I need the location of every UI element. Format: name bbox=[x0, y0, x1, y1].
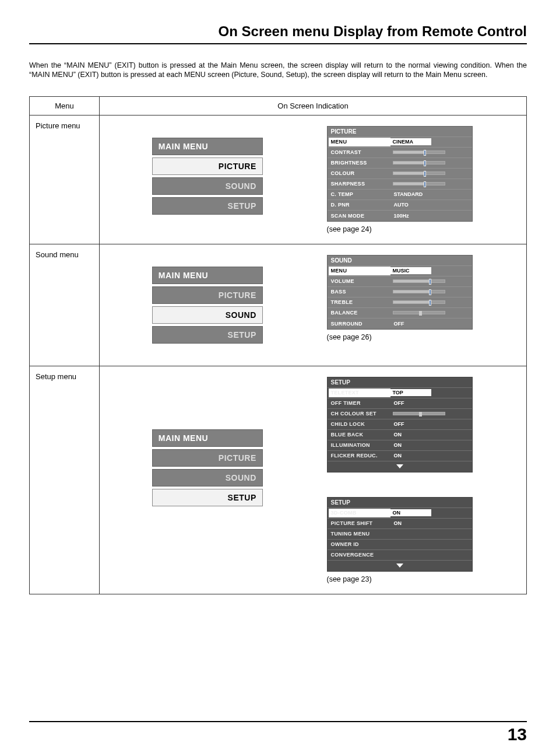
panel-row-value: ON bbox=[392, 451, 472, 461]
panel-row: OWNER ID bbox=[328, 540, 472, 550]
panel-row: D. PNRAUTO bbox=[328, 200, 472, 211]
panel-row-value bbox=[392, 276, 472, 286]
panel-row-value bbox=[392, 169, 472, 178]
row-label-sound: Sound menu bbox=[30, 244, 100, 366]
mm-item-sound: SOUND bbox=[152, 306, 263, 324]
panel-row-label: FLICKER REDUC. bbox=[328, 453, 392, 459]
main-menu-picture: MAIN MENU PICTURE SOUND SETUP bbox=[152, 138, 263, 215]
panel-row-value: AUTO bbox=[392, 200, 472, 210]
mm-item-sound: SOUND bbox=[152, 177, 263, 195]
panel-row: C. TEMPSTANDARD bbox=[328, 190, 472, 200]
panel-row: OFF TIMEROFF bbox=[328, 398, 472, 409]
panel-row-label: CHILD LOCK bbox=[328, 421, 392, 427]
panel-row-value: OFF bbox=[392, 318, 472, 329]
header-menu: Menu bbox=[30, 96, 100, 115]
panel-row: SHARPNESS bbox=[328, 179, 472, 190]
panel-row-value bbox=[392, 148, 472, 158]
panel-sound: SOUNDMENUMUSICVOLUMEBASSTREBLEBALANCESUR… bbox=[321, 255, 521, 330]
panel-row: COLOUR bbox=[328, 169, 472, 179]
panel-row-value: ON bbox=[390, 508, 472, 518]
panel-row-label: CH COLOUR SET bbox=[328, 411, 392, 416]
header-indication: On Screen Indication bbox=[100, 96, 527, 115]
mm-item-picture: PICTURE bbox=[152, 449, 263, 467]
mm-title: MAIN MENU bbox=[152, 267, 263, 284]
panel-row-label: BLUE BACK bbox=[328, 432, 392, 438]
panel-row: BRIGHTNESS bbox=[328, 158, 472, 169]
panel-row-value bbox=[392, 529, 472, 539]
panel-row: CONTRAST bbox=[328, 148, 472, 158]
panel-row-value: ON bbox=[392, 440, 472, 450]
panel-title: SOUND bbox=[328, 256, 472, 266]
panel-title: SETUP bbox=[328, 498, 472, 508]
panel-row: CONVERGENCE bbox=[328, 550, 472, 561]
intro-text: When the “MAIN MENU” (EXIT) button is pr… bbox=[29, 61, 527, 80]
panel-setup-2: SETUP3D-COMBONPICTURE SHIFTONTUNING MENU… bbox=[321, 497, 521, 572]
panel-row-label: D. PNR bbox=[328, 202, 392, 208]
panel-row-label: VOLUME bbox=[328, 278, 392, 284]
panel-row: CH COLOUR SET bbox=[328, 409, 472, 419]
panel-row: SCAN MODE100Hz bbox=[328, 211, 472, 221]
scroll-down-icon bbox=[328, 461, 472, 472]
panel-row-value bbox=[392, 298, 472, 307]
panel-row: MENUCINEMA bbox=[328, 137, 472, 148]
panel-row-value: 100Hz bbox=[392, 211, 472, 221]
page-title: On Screen menu Display from Remote Contr… bbox=[29, 23, 527, 44]
panel-row: BASS bbox=[328, 287, 472, 298]
panel-row-value: OFF bbox=[392, 419, 472, 429]
panel-row-value bbox=[392, 158, 472, 168]
main-menu-sound: MAIN MENU PICTURE SOUND SETUP bbox=[152, 267, 263, 344]
mm-item-sound: SOUND bbox=[152, 469, 263, 487]
panel-row-label: SHARPNESS bbox=[328, 181, 392, 187]
panel-row-value: MUSIC bbox=[390, 266, 472, 276]
panel-row-label: TELETEXT bbox=[329, 388, 390, 397]
mm-item-setup: SETUP bbox=[152, 489, 263, 506]
mm-item-setup: SETUP bbox=[152, 326, 263, 344]
panel-row: VOLUME bbox=[328, 276, 472, 287]
panel-row-label: PICTURE SHIFT bbox=[328, 520, 392, 526]
panel-row-label: TUNING MENU bbox=[328, 531, 392, 537]
panel-row: SURROUNDOFF bbox=[328, 318, 472, 329]
mm-item-setup: SETUP bbox=[152, 197, 263, 215]
see-page-setup: (see page 23) bbox=[327, 575, 521, 583]
scroll-down-icon bbox=[328, 561, 472, 571]
panel-row-label: SURROUND bbox=[328, 321, 392, 327]
panel-row: TELETEXTTOP bbox=[328, 388, 472, 398]
mm-item-picture: PICTURE bbox=[152, 158, 263, 175]
see-page-picture: (see page 24) bbox=[327, 225, 521, 233]
row-label-picture: Picture menu bbox=[30, 115, 100, 244]
panel-row-value bbox=[392, 409, 472, 419]
panel-row-value bbox=[392, 550, 472, 560]
panel-row-label: OFF TIMER bbox=[328, 400, 392, 406]
panel-row-label: BRIGHTNESS bbox=[328, 160, 392, 166]
panel-row-label: CONTRAST bbox=[328, 149, 392, 155]
panel-row-value bbox=[392, 308, 472, 318]
panel-row: TREBLE bbox=[328, 298, 472, 308]
menu-table: Menu On Screen Indication Picture menu M… bbox=[29, 96, 527, 594]
panel-row-label: ILLUMINATION bbox=[328, 442, 392, 448]
page-number: 13 bbox=[29, 721, 527, 744]
panel-row: BLUE BACKON bbox=[328, 430, 472, 440]
panel-row-label: CONVERGENCE bbox=[328, 552, 392, 558]
main-menu-setup: MAIN MENU PICTURE SOUND SETUP bbox=[152, 429, 263, 506]
mm-title: MAIN MENU bbox=[152, 429, 263, 447]
panel-row: 3D-COMBON bbox=[328, 508, 472, 519]
panel-row: TUNING MENU bbox=[328, 529, 472, 540]
panel-setup-1: SETUPTELETEXTTOPOFF TIMEROFFCH COLOUR SE… bbox=[321, 377, 521, 473]
panel-row-label: OWNER ID bbox=[328, 541, 392, 547]
panel-row: PICTURE SHIFTON bbox=[328, 519, 472, 529]
panel-picture: PICTUREMENUCINEMACONTRASTBRIGHTNESSCOLOU… bbox=[321, 126, 521, 222]
panel-row-label: MENU bbox=[329, 267, 390, 275]
panel-row-label: C. TEMP bbox=[328, 191, 392, 197]
panel-row-value: CINEMA bbox=[390, 137, 472, 147]
mm-title: MAIN MENU bbox=[152, 138, 263, 155]
panel-row-label: SCAN MODE bbox=[328, 213, 392, 219]
panel-row-label: MENU bbox=[329, 138, 390, 146]
panel-row-value bbox=[392, 540, 472, 550]
panel-row: FLICKER REDUC.ON bbox=[328, 451, 472, 461]
panel-row: CHILD LOCKOFF bbox=[328, 419, 472, 430]
panel-row: ILLUMINATIONON bbox=[328, 440, 472, 451]
panel-row-value: ON bbox=[392, 430, 472, 440]
panel-row-value: STANDARD bbox=[392, 190, 472, 200]
panel-row-label: BALANCE bbox=[328, 310, 392, 316]
panel-row: MENUMUSIC bbox=[328, 266, 472, 276]
